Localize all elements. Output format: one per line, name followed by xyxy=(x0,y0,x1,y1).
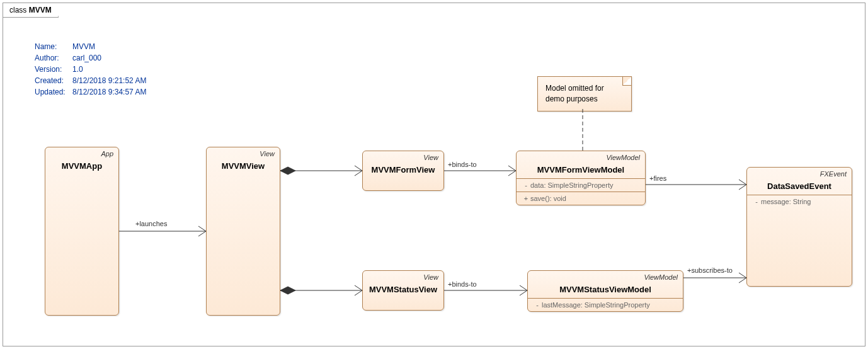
diagram-frame: class MVVM Name:MVVM Author:carl_000 Ver… xyxy=(3,3,865,346)
stereo-formvm: ViewModel xyxy=(606,154,640,161)
frame-tab: class MVVM xyxy=(3,3,59,18)
frame-type: class xyxy=(9,6,26,14)
label-binds-to-1: +binds-to xyxy=(448,161,477,168)
meta-updated: 8/12/2018 9:34:57 AM xyxy=(72,86,146,98)
meta-created-label: Created: xyxy=(35,75,72,86)
event-attr: -message: String xyxy=(747,195,852,208)
label-binds-to-2: +binds-to xyxy=(448,280,477,288)
uml-note: Model omitted for demo purposes xyxy=(537,76,632,112)
note-fold-icon xyxy=(622,77,631,86)
note-line2: demo purposes xyxy=(545,94,624,105)
meta-author-label: Author: xyxy=(35,52,72,64)
label-launches: +launches xyxy=(135,220,167,227)
stereo-formview: View xyxy=(423,154,438,161)
stereo-app: App xyxy=(101,150,113,157)
arrow-subscribes xyxy=(739,273,746,283)
meta-author: carl_000 xyxy=(72,52,101,64)
formvm-op: +save(): void xyxy=(517,192,645,205)
stereo-statusvm: ViewModel xyxy=(644,273,678,281)
frame-name: MVVM xyxy=(29,6,52,14)
meta-version: 1.0 xyxy=(72,64,83,75)
class-mvvmstatusview: View MVVMStatusView xyxy=(362,270,444,311)
class-mvvmapp: App MVVMApp xyxy=(45,147,119,316)
statusvm-attr: -lastMessage: SimpleStringProperty xyxy=(528,299,683,311)
meta-name: MVVM xyxy=(72,41,95,52)
arrow-binds-status xyxy=(520,285,527,295)
note-line1: Model omitted for xyxy=(545,83,624,94)
formvm-attr: -data: SimpleStringProperty xyxy=(517,179,645,192)
arrow-launches xyxy=(198,226,206,236)
stereo-statusview: View xyxy=(423,273,438,281)
diagram-metadata: Name:MVVM Author:carl_000 Version:1.0 Cr… xyxy=(35,41,146,98)
stereo-view: View xyxy=(260,150,275,157)
meta-version-label: Version: xyxy=(35,64,72,75)
meta-updated-label: Updated: xyxy=(35,86,72,98)
arrow-fires xyxy=(739,180,746,190)
meta-created: 8/12/2018 9:21:52 AM xyxy=(72,75,146,86)
class-mvvmview: View MVVMView xyxy=(206,147,280,316)
class-datasavedevent: FXEvent DataSavedEvent -message: String xyxy=(746,167,852,287)
stereo-event: FXEvent xyxy=(820,170,847,178)
arrow-binds-form xyxy=(508,166,516,176)
diamond-statusview xyxy=(280,287,295,294)
label-fires: +fires xyxy=(649,174,666,182)
meta-name-label: Name: xyxy=(35,41,72,52)
arrow-statusview xyxy=(355,285,362,295)
class-mvvmstatusviewmodel: ViewModel MVVMStatusViewModel -lastMessa… xyxy=(527,270,683,312)
arrow-formview xyxy=(355,166,362,176)
diamond-formview xyxy=(280,167,295,174)
class-mvvmformview: View MVVMFormView xyxy=(362,151,444,191)
label-subscribes-to: +subscribes-to xyxy=(687,266,733,274)
class-mvvmformviewmodel: ViewModel MVVMFormViewModel -data: Simpl… xyxy=(516,151,646,205)
